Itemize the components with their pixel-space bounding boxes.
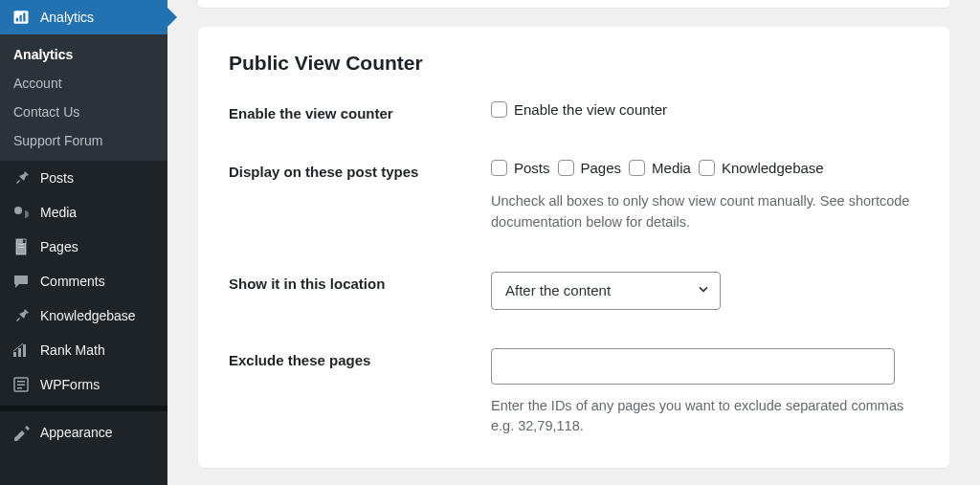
pages-icon <box>11 237 31 256</box>
sidebar-item-label: Rank Math <box>40 342 105 358</box>
sidebar-item-label: WPForms <box>40 377 100 392</box>
sidebar-item-analytics[interactable]: Analytics <box>0 0 167 34</box>
sidebar-item-label: Comments <box>40 274 105 289</box>
post-types-help: Uncheck all boxes to only show view coun… <box>491 191 919 233</box>
sidebar-item-label: Knowledgebase <box>40 308 136 323</box>
checkbox-label: Posts <box>514 160 550 176</box>
enable-label: Enable the view counter <box>229 101 491 121</box>
sidebar-separator <box>0 406 167 411</box>
post-types-label: Display on these post types <box>229 160 491 180</box>
enable-view-counter-checkbox[interactable]: Enable the view counter <box>491 101 667 118</box>
rank-math-icon <box>11 341 31 360</box>
svg-rect-2 <box>20 15 22 22</box>
row-exclude-pages: Exclude these pages Enter the IDs of any… <box>229 348 919 438</box>
media-icon <box>11 203 31 222</box>
analytics-icon <box>11 8 31 27</box>
exclude-label: Exclude these pages <box>229 348 491 368</box>
wpforms-icon <box>11 375 31 394</box>
row-location: Show it in this location After the conte… <box>229 272 919 310</box>
svg-rect-1 <box>16 18 18 22</box>
sidebar-item-label: Analytics <box>40 10 94 25</box>
card-title: Public View Counter <box>229 52 919 75</box>
sidebar-item-label: Pages <box>40 239 78 254</box>
svg-rect-3 <box>23 13 25 22</box>
checkbox-label: Knowledgebase <box>722 160 824 176</box>
settings-main: Public View Counter Enable the view coun… <box>167 0 980 485</box>
svg-rect-10 <box>23 344 26 357</box>
svg-rect-6 <box>18 244 24 245</box>
sidebar-item-pages[interactable]: Pages <box>0 230 167 264</box>
svg-rect-14 <box>17 387 22 389</box>
submenu-item-account[interactable]: Account <box>0 69 167 98</box>
svg-rect-13 <box>17 385 25 386</box>
admin-sidebar: Analytics Analytics Account Contact Us S… <box>0 0 167 485</box>
sidebar-item-wpforms[interactable]: WPForms <box>0 367 167 402</box>
exclude-help: Enter the IDs of any pages you want to e… <box>491 396 919 438</box>
submenu-item-support-forum[interactable]: Support Forum <box>0 126 167 155</box>
checkbox-icon <box>491 101 507 118</box>
row-post-types: Display on these post types Posts Pages <box>229 160 919 233</box>
select-value: After the content <box>505 282 611 298</box>
sidebar-submenu: Analytics Account Contact Us Support For… <box>0 34 167 161</box>
pushpin-icon <box>11 306 31 325</box>
checkbox-label: Enable the view counter <box>514 101 667 118</box>
sidebar-item-knowledgebase[interactable]: Knowledgebase <box>0 298 167 333</box>
checkbox-icon <box>491 160 507 176</box>
checkbox-label: Pages <box>581 160 622 176</box>
sidebar-item-appearance[interactable]: Appearance <box>0 415 167 450</box>
svg-rect-9 <box>18 348 21 357</box>
post-type-knowledgebase-checkbox[interactable]: Knowledgebase <box>699 160 824 176</box>
previous-card-stub <box>198 0 949 8</box>
sidebar-item-label: Media <box>40 205 77 220</box>
svg-rect-7 <box>18 247 24 248</box>
exclude-pages-input[interactable] <box>491 348 895 385</box>
submenu-item-contact-us[interactable]: Contact Us <box>0 98 167 126</box>
pushpin-icon <box>11 168 31 187</box>
row-enable-view-counter: Enable the view counter Enable the view … <box>229 101 919 121</box>
post-type-pages-checkbox[interactable]: Pages <box>558 160 622 176</box>
checkbox-icon <box>558 160 574 176</box>
checkbox-icon <box>629 160 645 176</box>
sidebar-item-posts[interactable]: Posts <box>0 161 167 195</box>
checkbox-label: Media <box>652 160 691 176</box>
svg-rect-12 <box>17 381 25 383</box>
post-type-posts-checkbox[interactable]: Posts <box>491 160 550 176</box>
public-view-counter-card: Public View Counter Enable the view coun… <box>198 27 949 468</box>
submenu-item-analytics[interactable]: Analytics <box>0 40 167 69</box>
sidebar-item-label: Appearance <box>40 425 113 440</box>
location-label: Show it in this location <box>229 272 491 292</box>
svg-point-4 <box>14 207 22 214</box>
appearance-icon <box>11 423 31 442</box>
post-type-media-checkbox[interactable]: Media <box>629 160 691 176</box>
sidebar-item-label: Posts <box>40 170 74 186</box>
location-select[interactable]: After the content <box>491 272 721 310</box>
sidebar-item-comments[interactable]: Comments <box>0 264 167 298</box>
sidebar-item-media[interactable]: Media <box>0 195 167 230</box>
comments-icon <box>11 272 31 291</box>
sidebar-item-rank-math[interactable]: Rank Math <box>0 333 167 367</box>
svg-rect-8 <box>13 352 16 357</box>
checkbox-icon <box>699 160 715 176</box>
